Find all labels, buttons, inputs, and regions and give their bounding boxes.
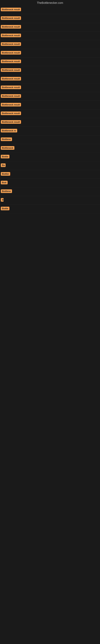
bottleneck-badge-21[interactable]: Bott <box>1 181 8 184</box>
badge-row-21: Bott <box>0 179 100 187</box>
badge-row-19: Bo <box>0 162 100 170</box>
badge-row-6: Bottleneck result <box>0 49 100 58</box>
badge-row-16: Bottlene <box>0 136 100 144</box>
badge-row-8: Bottleneck result <box>0 66 100 75</box>
bottleneck-badge-24[interactable]: Bottle <box>1 207 9 210</box>
bottleneck-badge-7[interactable]: Bottleneck result <box>1 60 21 63</box>
bottleneck-badge-9[interactable]: Bottleneck result <box>1 77 21 80</box>
site-title: TheBottlenecker.com <box>0 0 100 6</box>
page-wrapper: TheBottlenecker.com Bottleneck resultBot… <box>0 0 100 644</box>
badge-row-13: Bottleneck result <box>0 110 100 118</box>
badge-row-2: Bottleneck result <box>0 14 100 23</box>
bottleneck-badge-8[interactable]: Bottleneck result <box>1 68 21 72</box>
badge-row-3: Bottleneck result <box>0 23 100 32</box>
bottleneck-badge-10[interactable]: Bottleneck result <box>1 86 21 89</box>
bottleneck-badge-22[interactable]: Bottlene <box>1 190 12 193</box>
badge-row-23: B <box>0 196 100 205</box>
bottleneck-badge-23[interactable]: B <box>1 198 3 202</box>
badge-row-1: Bottleneck result <box>0 6 100 14</box>
bottleneck-badge-1[interactable]: Bottleneck result <box>1 8 21 11</box>
badge-row-5: Bottleneck result <box>0 40 100 49</box>
bottleneck-badge-12[interactable]: Bottleneck result <box>1 103 21 106</box>
badge-row-9: Bottleneck result <box>0 75 100 84</box>
badge-row-20: Bottler <box>0 170 100 179</box>
bottleneck-badge-17[interactable]: Bottleneck <box>1 146 14 150</box>
badge-row-17: Bottleneck <box>0 144 100 153</box>
badge-row-24: Bottle <box>0 205 100 213</box>
badge-row-4: Bottleneck result <box>0 32 100 40</box>
bottleneck-badge-18[interactable]: Bottle <box>1 155 9 158</box>
badge-row-18: Bottle <box>0 153 100 162</box>
badge-row-7: Bottleneck result <box>0 58 100 66</box>
badge-row-22: Bottlene <box>0 187 100 196</box>
bottleneck-badge-15[interactable]: Bottleneck re <box>1 129 17 132</box>
bottleneck-badge-13[interactable]: Bottleneck result <box>1 112 21 115</box>
bottleneck-badge-2[interactable]: Bottleneck result <box>1 16 21 20</box>
bottleneck-badge-5[interactable]: Bottleneck result <box>1 42 21 46</box>
bottleneck-badge-16[interactable]: Bottlene <box>1 138 12 141</box>
badge-row-11: Bottleneck result <box>0 92 100 101</box>
badge-row-15: Bottleneck re <box>0 127 100 136</box>
bottleneck-badge-14[interactable]: Bottleneck result <box>1 120 21 124</box>
badge-row-14: Bottleneck result <box>0 118 100 127</box>
bottleneck-badge-19[interactable]: Bo <box>1 164 6 167</box>
bottleneck-badge-6[interactable]: Bottleneck result <box>1 51 21 54</box>
badge-list: Bottleneck resultBottleneck resultBottle… <box>0 6 100 213</box>
badge-row-10: Bottleneck result <box>0 84 100 92</box>
bottleneck-badge-3[interactable]: Bottleneck result <box>1 25 21 28</box>
bottleneck-badge-20[interactable]: Bottler <box>1 172 10 176</box>
badge-row-12: Bottleneck result <box>0 101 100 110</box>
bottleneck-badge-11[interactable]: Bottleneck result <box>1 94 21 98</box>
bottleneck-badge-4[interactable]: Bottleneck result <box>1 34 21 37</box>
